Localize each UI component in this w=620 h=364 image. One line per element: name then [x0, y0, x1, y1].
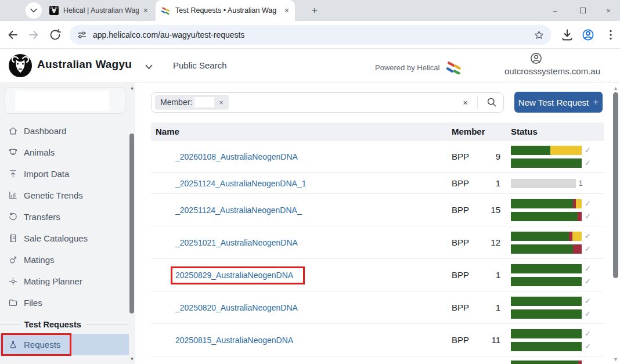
redaction-box	[15, 91, 109, 111]
member-cell: BPP9	[447, 152, 505, 161]
redaction-box	[151, 149, 172, 165]
request-link[interactable]: _20251021_AustraliaNeogenDNA	[175, 238, 298, 247]
window-maximize-button[interactable]	[571, 0, 594, 21]
name-cell: _20251124_AustraliaNeogenDNA_1	[151, 175, 447, 192]
status-bar	[511, 264, 582, 273]
upload-icon	[8, 169, 18, 179]
sidebar-item-requests[interactable]: Requests	[0, 334, 129, 355]
status-bar	[511, 342, 582, 351]
request-link[interactable]: _20251124_AustraliaNeogenDNA_	[175, 206, 302, 215]
sidebar-item-mating-planner[interactable]: Mating Planner	[0, 271, 129, 292]
sidebar-item-label: Animals	[24, 147, 55, 157]
filter-chip-member[interactable]: Member: ×	[155, 95, 229, 110]
status-cell	[505, 356, 604, 364]
status-bar	[511, 329, 582, 338]
status-bar	[511, 212, 582, 221]
profile-avatar-icon[interactable]	[581, 28, 595, 42]
site-settings-icon[interactable]	[77, 30, 87, 40]
sidebar-item-cutoff[interactable]	[0, 360, 129, 364]
sidebar-item-label: Genetic Trends	[24, 190, 83, 200]
name-cell: 20250815_AustraliaNeogenDNA	[151, 332, 447, 348]
status-cell: ✓✓	[505, 232, 604, 254]
sidebar-item-animals[interactable]: Animals	[0, 142, 129, 163]
tab-strip: Helical | Australian Wagyu Asso × Test R…	[0, 0, 620, 21]
status-bar	[511, 179, 576, 188]
nav-public-search[interactable]: Public Search	[173, 60, 227, 70]
chip-remove-icon[interactable]: ×	[219, 98, 224, 107]
sidebar-item-import-data[interactable]: Import Data	[0, 163, 129, 185]
window-minimize-button[interactable]: –	[543, 0, 567, 21]
sidebar-item-genetic-trends[interactable]: Genetic Trends	[0, 185, 129, 206]
download-icon[interactable]	[560, 28, 574, 42]
status-bar	[511, 361, 582, 364]
org-chevron-down-icon[interactable]	[145, 62, 153, 72]
table-row: 20250829_AustraliaNeogenDNABPP1✓✓	[151, 259, 604, 291]
request-link[interactable]: _20250820_AustraliaNeogenDNA	[175, 303, 298, 312]
member-cell: BPP1	[447, 178, 505, 188]
sidebar-item-files[interactable]: Files	[0, 292, 129, 313]
account-menu[interactable]: outcrosssystems.com.au	[476, 52, 600, 77]
tab-helical-home[interactable]: Helical | Australian Wagyu Asso ×	[44, 0, 154, 21]
browser-toolbar: app.helicalco.com/au-wagyu/test-requests	[0, 21, 620, 49]
column-member: Member	[447, 127, 505, 136]
scrollbar-thumb[interactable]	[129, 134, 134, 313]
back-button[interactable]	[6, 28, 20, 42]
request-link[interactable]: _20251124_AustraliaNeogenDNA_1	[175, 179, 306, 188]
address-bar[interactable]: app.helicalco.com/au-wagyu/test-requests	[70, 25, 551, 45]
bull-favicon-icon	[49, 6, 59, 15]
sidebar-scrollbar[interactable]: ▲ ▼	[129, 83, 135, 364]
sidebar-item-label: Files	[24, 298, 42, 308]
check-icon: ✓	[585, 277, 591, 285]
table-row: _20251124_AustraliaNeogenDNA_BPP15✓✓	[151, 194, 604, 226]
tab-close-icon[interactable]: ×	[143, 6, 148, 15]
member-cell: BPP11	[447, 335, 505, 345]
check-icon: ✓	[585, 212, 591, 220]
new-test-request-button[interactable]: New Test Request +	[514, 92, 603, 113]
page-scrollbar[interactable]: ▲ ▼	[611, 83, 620, 364]
sidebar-section-test-requests: Test Requests	[0, 319, 129, 330]
request-link[interactable]: _20260108_AustraliaNeogenDNA	[175, 152, 298, 161]
sidebar-item-sale-catalogues[interactable]: Sale Catalogues	[0, 228, 129, 249]
animal-count: 11	[491, 335, 500, 345]
request-link[interactable]: 20250815_AustraliaNeogenDNA	[175, 336, 293, 345]
powered-by-label: Powered by Helical	[375, 63, 439, 72]
org-name[interactable]: Australian Wagyu	[37, 58, 132, 71]
check-icon: ✓	[585, 310, 591, 318]
tab-close-icon[interactable]: ×	[284, 6, 289, 15]
redaction-box	[476, 65, 504, 77]
scrollbar-thumb[interactable]	[613, 92, 618, 278]
search-icon[interactable]	[486, 96, 498, 108]
search-input[interactable]: Member: × ×	[151, 92, 504, 113]
bookmark-star-icon[interactable]	[534, 30, 545, 41]
clear-search-icon[interactable]: ×	[458, 98, 473, 107]
status-bar	[511, 277, 582, 286]
tab-test-requests[interactable]: Test Requests • Australian Wag ×	[156, 0, 295, 21]
table-row: _20250820_AustraliaNeogenDNABPP1✓✓	[151, 291, 604, 324]
scroll-down-icon[interactable]: ▼	[611, 356, 620, 362]
request-link[interactable]: 20250829_AustraliaNeogenDNA	[175, 271, 293, 280]
browser-menu-icon[interactable]	[604, 28, 618, 42]
tab-search-button[interactable]	[26, 2, 42, 19]
org-logo-bull-icon[interactable]	[9, 54, 32, 77]
sidebar-item-matings[interactable]: Matings	[0, 249, 129, 271]
helical-favicon-icon	[161, 6, 171, 15]
redaction-box	[151, 300, 172, 316]
reload-button[interactable]	[48, 28, 62, 42]
new-tab-button[interactable]: +	[308, 4, 322, 18]
status-cell: ✓✓	[505, 264, 604, 286]
forward-button[interactable]	[27, 28, 41, 42]
scroll-up-icon[interactable]: ▲	[611, 85, 620, 91]
url-text[interactable]: app.helicalco.com/au-wagyu/test-requests	[93, 30, 528, 39]
sidebar-item-label: Matings	[24, 255, 55, 265]
member-code: BPP	[452, 205, 469, 215]
scroll-up-icon[interactable]: ▲	[129, 85, 135, 91]
column-name: Name	[151, 127, 447, 136]
window-close-button[interactable]: ×	[597, 0, 620, 21]
status-bar	[511, 199, 582, 208]
scroll-down-icon[interactable]: ▼	[129, 356, 135, 362]
redaction-box	[151, 332, 172, 348]
sidebar-item-transfers[interactable]: Transfers	[0, 206, 129, 228]
redaction-box	[151, 202, 172, 218]
sidebar-item-dashboard[interactable]: Dashboard	[0, 120, 129, 142]
browser-window: Helical | Australian Wagyu Asso × Test R…	[0, 0, 620, 364]
